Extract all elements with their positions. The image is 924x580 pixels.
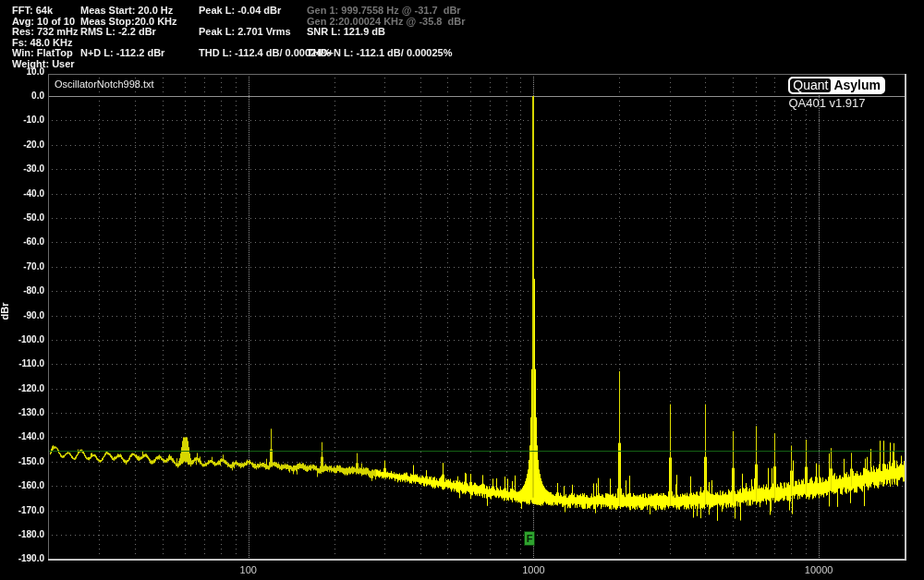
y-tick-label: -170.0 [2,506,44,515]
readout-col4-row2: SNR L: 121.9 dB [307,27,385,37]
y-tick-label: -50.0 [2,213,44,223]
readout-col1-row3: Fs: 48.0 KHz [12,38,72,48]
readout-col1-row1: Avg: 10 of 10 [12,17,75,27]
y-tick-label: -100.0 [2,335,44,344]
y-tick-label: -150.0 [2,457,44,466]
y-tick-label: -160.0 [2,481,44,490]
logo-asylum-text: Asylum [831,79,883,92]
y-axis-title: dBr [0,303,10,320]
qa401-analyzer-window: FFT: 64kAvg: 10 of 10Res: 732 mHzFs: 48.… [0,0,924,580]
y-tick-label: -110.0 [2,359,44,369]
y-tick-label: -120.0 [2,384,44,393]
x-tick-label: 100 [221,565,276,575]
x-tick-label: 10000 [791,565,846,575]
y-tick-label: 10.0 [2,67,44,77]
y-tick-label: -190.0 [2,554,44,563]
loaded-file-label: OscillatorNotch998.txt [55,79,154,90]
readout-col3-row2: Peak L: 2.701 Vrms [199,27,291,37]
readout-col1-row0: FFT: 64k [12,6,53,16]
readout-col2-row0: Meas Start: 20.0 Hz [80,6,173,16]
logo-quant-text: Quant [790,79,831,92]
y-tick-label: -80.0 [2,286,44,296]
readout-col4-row4: THD+N L: -112.1 dB/ 0.00025% [307,48,452,58]
readout-col4-row0: Gen 1: 999.7558 Hz @ -31.7 dBr [307,6,461,16]
generator-frequency-marker[interactable]: F [524,531,535,546]
y-tick-label: -40.0 [2,189,44,199]
readout-col4-row1: Gen 2:20.00024 KHz @ -35.8 dBr [307,17,466,27]
readout-col3-row0: Peak L: -0.04 dBr [199,6,281,16]
readout-col1-row2: Res: 732 mHz [12,27,79,37]
y-tick-label: -20.0 [2,140,44,150]
readout-col2-row2: RMS L: -2.2 dBr [80,27,156,37]
y-tick-label: -140.0 [2,432,44,441]
readout-col2-row1: Meas Stop:20.0 KHz [80,17,177,27]
quantasylum-logo: QuantAsylum [788,77,885,94]
device-version-label: QA401 v1.917 [767,96,887,110]
y-tick-label: -180.0 [2,530,44,539]
y-tick-label: -60.0 [2,237,44,247]
y-tick-label: -10.0 [2,115,44,125]
readout-col1-row4: Win: FlatTop [12,48,73,58]
y-tick-label: -30.0 [2,164,44,174]
readout-col2-row4: N+D L: -112.2 dBr [80,48,164,58]
y-tick-label: -70.0 [2,262,44,272]
x-tick-label: 1000 [505,565,561,575]
y-tick-label: -130.0 [2,408,44,417]
y-tick-label: 0.0 [2,91,44,101]
